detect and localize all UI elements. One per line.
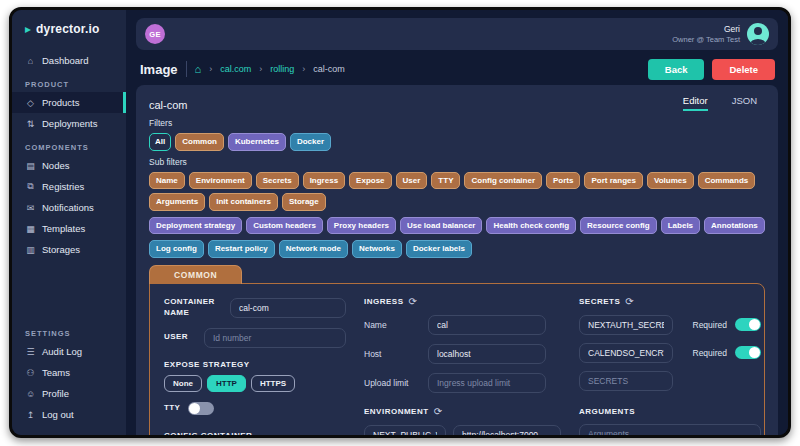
subfilter-chip[interactable]: Port ranges — [584, 172, 642, 190]
arguments-input[interactable] — [579, 424, 761, 435]
subfilter-chip[interactable]: Ingress — [303, 172, 345, 190]
user-menu[interactable]: Geri Owner @ Team Test — [672, 23, 769, 45]
environment-label: ENVIRONMENT — [364, 407, 429, 416]
breadcrumb-link-product[interactable]: cal.com — [220, 64, 251, 74]
filter-chip-kubernetes[interactable]: Kubernetes — [228, 133, 286, 151]
sidebar-item-label: Templates — [42, 223, 85, 234]
sidebar-item-notifications[interactable]: ✉ Notifications — [12, 197, 126, 218]
subfilter-chip[interactable]: Commands — [698, 172, 756, 190]
sidebar-item-registries[interactable]: ⧉ Registries — [12, 176, 126, 197]
tab-json[interactable]: JSON — [732, 95, 757, 111]
env-value-input[interactable] — [453, 425, 561, 435]
sidebar-item-teams[interactable]: ⚇ Teams — [12, 362, 126, 383]
ingress-host-label: Host — [364, 349, 428, 359]
chevron-right-icon: › — [209, 64, 212, 74]
subfilter-chip[interactable]: TTY — [431, 172, 460, 190]
filter-chip-all[interactable]: All — [149, 133, 171, 151]
refresh-icon[interactable]: ⟳ — [434, 407, 443, 417]
secret-key-input[interactable] — [579, 343, 673, 363]
breadcrumb-home-icon[interactable]: ⌂ — [195, 64, 202, 75]
refresh-icon[interactable]: ⟳ — [625, 297, 634, 307]
subfilter-chip[interactable]: Networks — [352, 240, 402, 258]
sub-filters-common-row: Name Environment Secrets Ingress Expose … — [149, 172, 765, 211]
subfilter-chip[interactable]: Init containers — [209, 193, 278, 211]
ingress-name-field: Name — [364, 315, 561, 335]
secret-new-input[interactable] — [579, 371, 673, 391]
sidebar-item-storages[interactable]: ▥ Storages — [12, 239, 126, 260]
secret-key-input[interactable] — [579, 315, 673, 335]
tty-toggle[interactable] — [188, 402, 214, 415]
breadcrumb: Image ⌂ › cal.com › rolling › cal-com Ba… — [136, 57, 778, 85]
environment-row — [364, 425, 561, 435]
subfilter-chip[interactable]: Name — [149, 172, 185, 190]
back-button[interactable]: Back — [648, 59, 705, 80]
ingress-host-field: Host — [364, 344, 561, 364]
subfilter-chip[interactable]: Use load balancer — [400, 217, 482, 235]
subfilter-chip[interactable]: Restart policy — [208, 240, 275, 258]
common-section-tab[interactable]: COMMON — [149, 265, 242, 284]
form-col-right: SECRETS ⟳ Required Required — [579, 297, 761, 435]
subfilter-chip[interactable]: Expose — [349, 172, 391, 190]
sidebar-item-profile[interactable]: ☺ Profile — [12, 383, 126, 404]
expose-https-button[interactable]: HTTPS — [251, 375, 295, 392]
sidebar-item-products[interactable]: ◇ Products — [12, 92, 126, 113]
arguments-field — [579, 424, 761, 435]
container-name-input[interactable] — [230, 298, 346, 318]
env-key-input[interactable] — [364, 425, 446, 435]
subfilter-chip[interactable]: Secrets — [256, 172, 299, 190]
team-avatar[interactable]: GE — [145, 24, 165, 44]
subfilter-chip[interactable]: Environment — [189, 172, 252, 190]
subfilter-chip[interactable]: Ports — [546, 172, 580, 190]
subfilter-chip[interactable]: Deployment strategy — [149, 217, 242, 235]
user-avatar-icon[interactable] — [747, 23, 769, 45]
subfilter-chip[interactable]: Annotations — [704, 217, 765, 235]
expose-http-button[interactable]: HTTP — [207, 375, 246, 392]
user-input[interactable] — [204, 328, 346, 348]
subfilter-chip[interactable]: Storage — [282, 193, 326, 211]
logo[interactable]: ▸ dyrector.io — [12, 22, 126, 36]
delete-button[interactable]: Delete — [712, 59, 775, 80]
sidebar-item-log-out[interactable]: ↥ Log out — [12, 404, 126, 425]
sidebar-section-components: COMPONENTS — [12, 134, 126, 155]
filter-chip-docker[interactable]: Docker — [290, 133, 331, 151]
subfilter-chip[interactable]: Custom headers — [246, 217, 323, 235]
subfilter-chip[interactable]: Network mode — [279, 240, 348, 258]
refresh-icon[interactable]: ⟳ — [409, 297, 418, 307]
tab-editor[interactable]: Editor — [683, 95, 708, 111]
sidebar-item-nodes[interactable]: ▤ Nodes — [12, 155, 126, 176]
subfilter-chip[interactable]: Resource config — [580, 217, 657, 235]
upload-limit-input[interactable] — [428, 373, 546, 393]
subfilter-chip[interactable]: User — [396, 172, 428, 190]
sidebar-item-label: Registries — [42, 181, 84, 192]
subfilter-chip[interactable]: Labels — [661, 217, 700, 235]
image-name-title: cal-com — [149, 99, 188, 111]
subfilter-chip[interactable]: Log config — [149, 240, 204, 258]
filter-chip-common[interactable]: Common — [175, 133, 224, 151]
subfilter-chip[interactable]: Volumes — [647, 172, 694, 190]
card-header: cal-com Editor JSON — [149, 95, 765, 111]
user-name: Geri — [672, 24, 740, 35]
ingress-host-input[interactable] — [428, 344, 546, 364]
secret-required-toggle[interactable] — [735, 318, 761, 331]
subfilter-chip[interactable]: Proxy headers — [327, 217, 396, 235]
sub-filters-kubernetes-row: Deployment strategy Custom headers Proxy… — [149, 217, 765, 235]
sidebar-item-label: Notifications — [42, 202, 94, 213]
subfilter-chip[interactable]: Arguments — [149, 193, 205, 211]
view-tabs: Editor JSON — [683, 95, 765, 111]
secret-required-toggle[interactable] — [735, 346, 761, 359]
templates-icon: ▦ — [25, 224, 36, 234]
sidebar-item-audit-log[interactable]: ☰ Audit Log — [12, 341, 126, 362]
sidebar-item-label: Storages — [42, 244, 80, 255]
breadcrumb-link-version[interactable]: rolling — [270, 64, 294, 74]
subfilter-chip[interactable]: Config container — [464, 172, 542, 190]
subfilter-chip[interactable]: Health check config — [486, 217, 576, 235]
form-col-left: CONTAINER NAME USER EXPOSE STRATEGY None… — [164, 297, 346, 435]
sidebar-item-deployments[interactable]: ⇅ Deployments — [12, 113, 126, 134]
profile-icon: ☺ — [25, 389, 36, 399]
ingress-name-input[interactable] — [428, 315, 546, 335]
expose-none-button[interactable]: None — [164, 375, 202, 392]
sidebar-item-dashboard[interactable]: ⌂ Dashboard — [12, 50, 126, 71]
subfilter-chip[interactable]: Docker labels — [406, 240, 472, 258]
sidebar-item-templates[interactable]: ▦ Templates — [12, 218, 126, 239]
home-icon: ⌂ — [25, 56, 36, 66]
